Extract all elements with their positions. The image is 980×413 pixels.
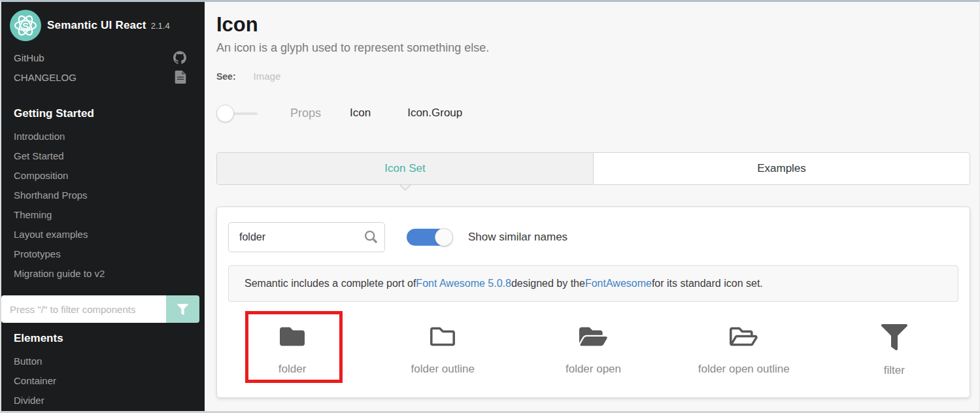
sidebar-item-get-started[interactable]: Get Started [1, 146, 205, 166]
message-text: Semantic includes a complete port of [245, 278, 416, 289]
sidebar-item-shorthand-props[interactable]: Shorthand Props [1, 186, 205, 205]
sidebar-item-divider[interactable]: Divider [1, 391, 205, 410]
message-text: for its standard icon set. [652, 278, 763, 289]
props-bar: Props Icon Icon.Group [216, 104, 979, 122]
icon-search-controls: Show similar names [228, 222, 970, 252]
sidebar-item-container[interactable]: Container [1, 371, 205, 391]
font-awesome-link[interactable]: FontAwesome [585, 278, 652, 289]
filter-icon [881, 324, 907, 350]
sidebar-item-migration-guide[interactable]: Migration guide to v2 [1, 264, 205, 284]
app-title: Semantic UI React [47, 19, 146, 32]
folder-open-outline-icon [730, 324, 758, 349]
section-heading: Elements [1, 332, 205, 345]
github-icon [173, 51, 186, 64]
changelog-file-icon [175, 71, 186, 84]
icon-cell-folder-open[interactable]: folder open [518, 312, 668, 377]
icon-search [228, 222, 385, 252]
page: S Semantic UI React 2.1.4 GitHub CHANGEL… [0, 0, 980, 413]
show-similar-names-label: Show similar names [468, 231, 567, 244]
slider-knob[interactable] [216, 105, 234, 122]
tab-icon-set-label: Icon Set [384, 162, 425, 175]
icon-cell-folder-open-outline[interactable]: folder open outline [669, 312, 819, 377]
sidebar-item-prototypes[interactable]: Prototypes [1, 244, 205, 264]
sidebar-item-button[interactable]: Button [1, 352, 205, 371]
font-awesome-message: Semantic includes a complete port of Fon… [228, 265, 958, 302]
tab-examples-label: Examples [757, 162, 806, 175]
sidebar-section-getting-started: Getting Started Introduction Get Started… [1, 107, 205, 284]
section-heading: Getting Started [1, 107, 205, 120]
see-label: See: [216, 71, 236, 82]
icon-grid: folder folder outline folder open [217, 312, 970, 377]
tab-menu: Icon Set Examples [216, 152, 970, 185]
icon-search-input[interactable] [228, 222, 385, 252]
see-also-row: See: Image [216, 71, 979, 82]
filter-components-input[interactable] [1, 295, 166, 323]
filter-components-button[interactable] [166, 295, 199, 323]
props-label: Props [290, 107, 321, 120]
main-content: Icon An icon is a glyph used to represen… [205, 2, 979, 411]
sidebar-link-github[interactable]: GitHub [1, 48, 205, 67]
props-toggle-slider[interactable] [216, 105, 258, 122]
active-tab-caret-icon [399, 185, 411, 191]
icon-set-panel: Show similar names Semantic includes a c… [216, 206, 970, 398]
font-awesome-version-link[interactable]: Font Awesome 5.0.8 [416, 278, 511, 289]
icon-cell-folder-outline[interactable]: folder outline [367, 312, 518, 377]
icon-label: folder [217, 363, 367, 376]
sidebar-link-changelog[interactable]: CHANGELOG [1, 67, 205, 87]
page-title: Icon [216, 12, 979, 37]
props-icon-group-button[interactable]: Icon.Group [407, 107, 462, 120]
icon-label: folder outline [367, 363, 518, 376]
icon-label: filter [819, 364, 970, 377]
sidebar-item-layout-examples[interactable]: Layout examples [1, 225, 205, 244]
github-link-label: GitHub [14, 52, 44, 63]
changelog-link-label: CHANGELOG [14, 72, 76, 83]
message-text: designed by the [511, 278, 585, 289]
component-filter [1, 295, 199, 323]
folder-open-icon [579, 324, 607, 349]
sidebar-item-theming[interactable]: Theming [1, 205, 205, 225]
see-link-image[interactable]: Image [254, 71, 281, 82]
tab-icon-set[interactable]: Icon Set [217, 153, 594, 184]
sidebar-item-introduction[interactable]: Introduction [1, 127, 205, 146]
icon-label: folder open [518, 363, 668, 376]
icon-cell-folder[interactable]: folder [217, 312, 367, 377]
svg-text:S: S [22, 20, 29, 31]
folder-icon [280, 324, 305, 349]
folder-outline-icon [430, 324, 455, 349]
sidebar-item-composition[interactable]: Composition [1, 166, 205, 186]
page-subtitle: An icon is a glyph used to represent som… [216, 41, 979, 55]
sidebar-section-elements: Elements Button Container Divider [1, 332, 205, 410]
sidebar: S Semantic UI React 2.1.4 GitHub CHANGEL… [1, 2, 205, 411]
tab-examples[interactable]: Examples [594, 153, 970, 184]
funnel-icon [177, 304, 188, 315]
app-logo-row[interactable]: S Semantic UI React 2.1.4 [1, 2, 205, 48]
app-version: 2.1.4 [151, 21, 170, 31]
icon-label: folder open outline [669, 363, 819, 376]
props-icon-button[interactable]: Icon [350, 107, 371, 120]
semantic-ui-logo-icon: S [10, 10, 41, 41]
toggle-knob[interactable] [435, 228, 453, 246]
show-similar-names-toggle[interactable] [407, 229, 452, 246]
icon-cell-filter[interactable]: filter [819, 312, 970, 377]
search-icon [365, 231, 377, 243]
